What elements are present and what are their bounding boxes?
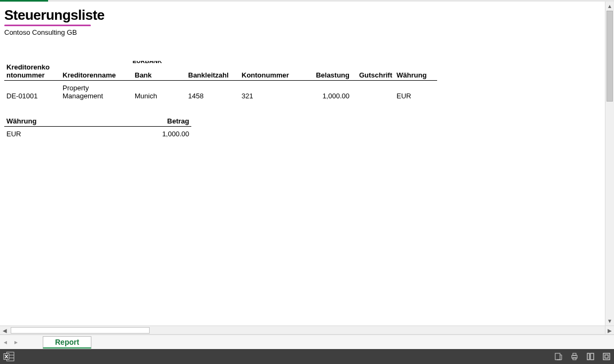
cell-kreditor-nr: DE-01001 <box>4 81 60 102</box>
report-viewport: Steuerungsliste Contoso Consulting GB Kr… <box>0 2 604 326</box>
horizontal-scrollbar[interactable]: ◀ ▶ <box>0 326 614 335</box>
scroll-right-arrow-icon[interactable]: ▶ <box>605 326 614 335</box>
vscroll-track[interactable] <box>605 11 614 316</box>
page-layout-icon[interactable] <box>586 352 595 361</box>
col-bank: EURBANK Bank <box>133 62 186 81</box>
company-name: Contoso Consulting GB <box>4 28 600 36</box>
vertical-scrollbar[interactable]: ▲ ▼ <box>605 2 614 326</box>
scroll-left-arrow-icon[interactable]: ◀ <box>0 326 9 335</box>
svg-rect-10 <box>603 353 610 360</box>
sheet-tab-report[interactable]: Report <box>43 336 91 348</box>
col-blz: Bankleitzahl <box>186 62 239 81</box>
page-nav-icon[interactable] <box>554 352 563 361</box>
fullscreen-icon[interactable] <box>602 352 611 361</box>
svg-rect-9 <box>590 353 594 360</box>
cell-belastung: 1,000.00 <box>298 81 352 102</box>
summary-row: EUR 1,000.00 <box>4 127 191 140</box>
main-table-header-row: Kreditorenko ntonummer Kreditorenname EU… <box>4 62 437 81</box>
cell-blz: 1458 <box>186 81 239 102</box>
cell-gutschrift <box>352 81 394 102</box>
status-bar <box>0 349 614 364</box>
report-page: Steuerungsliste Contoso Consulting GB Kr… <box>0 2 604 139</box>
col-waehrung: Währung <box>394 62 437 81</box>
status-icons <box>554 352 611 361</box>
svg-rect-4 <box>555 353 560 360</box>
cell-kreditor-name: Property Management <box>60 81 133 102</box>
summary-table: Währung Betrag EUR 1,000.00 <box>4 116 191 139</box>
summary-header-row: Währung Betrag <box>4 116 191 127</box>
table-row: DE-01001 Property Management Munich 1458… <box>4 81 437 102</box>
col-konto: Kontonummer <box>239 62 298 81</box>
scell-betrag: 1,000.00 <box>133 127 191 140</box>
sheet-tab-label: Report <box>55 338 79 346</box>
excel-logo-icon <box>3 351 15 362</box>
scroll-up-arrow-icon[interactable]: ▲ <box>605 2 614 11</box>
col-belastung: Belastung <box>298 62 352 81</box>
hscroll-thumb[interactable] <box>11 327 150 334</box>
sheet-nav-next-icon[interactable]: ▸ <box>11 338 21 346</box>
svg-rect-11 <box>605 355 608 358</box>
col-gutschrift: Gutschrift <box>352 62 394 81</box>
main-table: Kreditorenko ntonummer Kreditorenname EU… <box>4 62 437 101</box>
scol-waehrung: Währung <box>4 116 133 127</box>
sheet-tab-row: ◂ ▸ Report <box>0 335 614 349</box>
svg-rect-8 <box>587 353 589 360</box>
print-icon[interactable] <box>570 352 579 361</box>
col-kreditor-name: Kreditorenname <box>60 62 133 81</box>
vscroll-thumb[interactable] <box>607 11 613 102</box>
page-title: Steuerungsliste <box>4 7 600 24</box>
scroll-down-arrow-icon[interactable]: ▼ <box>605 316 614 326</box>
scell-waehrung: EUR <box>4 127 133 140</box>
cell-waehrung: EUR <box>394 81 437 102</box>
svg-rect-6 <box>573 353 576 355</box>
sheet-nav-prev-icon[interactable]: ◂ <box>0 338 11 346</box>
col-kreditor-nr: Kreditorenko ntonummer <box>4 62 60 81</box>
col-bank-label: Bank <box>135 71 152 79</box>
scol-betrag: Betrag <box>133 116 191 127</box>
cell-bank: Munich <box>133 81 186 102</box>
title-underline <box>4 25 91 26</box>
cell-konto: 321 <box>239 81 298 102</box>
